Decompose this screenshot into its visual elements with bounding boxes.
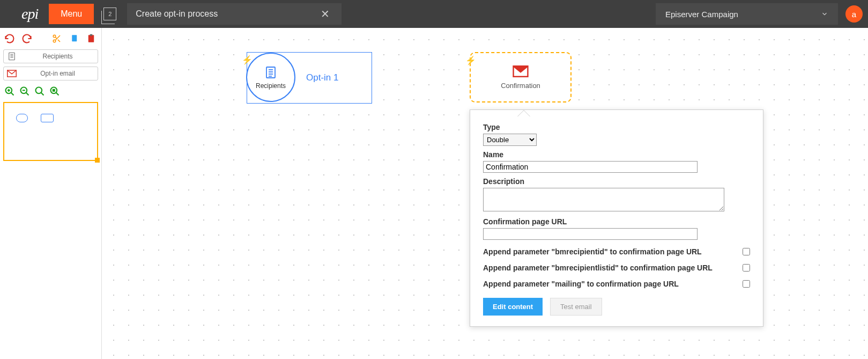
checkbox-bmrecipientid-label: Append parameter "bmrecipientid" to conf… xyxy=(483,247,702,256)
zoom-fit-icon[interactable] xyxy=(34,86,45,97)
close-icon[interactable]: ✕ xyxy=(317,8,333,20)
palette-label: Opt-in email xyxy=(21,70,94,77)
zoom-out-icon[interactable] xyxy=(19,86,30,97)
documents-icon[interactable]: 2 xyxy=(103,8,116,20)
description-textarea[interactable] xyxy=(483,188,724,211)
svg-line-18 xyxy=(26,93,29,96)
node-opt-in[interactable]: ⚡ Recipients Opt-in 1 xyxy=(247,52,372,104)
file-icon xyxy=(7,52,17,61)
bolt-icon: ⚡ xyxy=(465,55,476,65)
sidebar: Recipients Opt-in email xyxy=(0,28,102,359)
svg-rect-24 xyxy=(53,89,55,92)
svg-point-20 xyxy=(36,87,42,94)
svg-line-21 xyxy=(41,93,44,96)
minimap-resize-handle[interactable] xyxy=(95,158,100,163)
node-properties-popup: Type Double Name Description Confirmatio… xyxy=(470,109,763,327)
node-recipients-label: Recipients xyxy=(256,82,286,90)
confirmation-url-label: Confirmation page URL xyxy=(483,217,750,226)
checkbox-bmrecipientlistid-label: Append parameter "bmrecipientlistid" to … xyxy=(483,263,713,272)
minimap[interactable] xyxy=(3,102,98,161)
name-input[interactable] xyxy=(483,161,698,173)
redo-icon[interactable] xyxy=(21,33,32,44)
test-email-button[interactable]: Test email xyxy=(550,298,602,316)
zoom-in-icon[interactable] xyxy=(4,86,15,97)
svg-rect-5 xyxy=(72,35,77,41)
type-select[interactable]: Double xyxy=(483,134,537,146)
mail-icon xyxy=(7,69,17,78)
tab-title: Create opt-in process xyxy=(136,9,317,19)
paste-icon[interactable] xyxy=(86,33,97,44)
confirmation-url-input[interactable] xyxy=(483,228,698,240)
svg-line-23 xyxy=(56,93,59,96)
palette-opt-in-email[interactable]: Opt-in email xyxy=(3,67,98,80)
chevron-down-icon xyxy=(821,10,828,18)
svg-line-14 xyxy=(11,93,14,96)
product-name: Episerver Campaign xyxy=(665,10,738,19)
svg-point-1 xyxy=(53,40,56,42)
checkbox-bmrecipientlistid[interactable] xyxy=(743,264,750,272)
canvas[interactable]: ⚡ Recipients Opt-in 1 ⚡ Confirmation Typ… xyxy=(102,28,868,359)
node-opt-in-title: Opt-in 1 xyxy=(306,72,338,83)
svg-rect-6 xyxy=(88,35,94,42)
undo-icon[interactable] xyxy=(4,33,15,44)
copy-icon[interactable] xyxy=(69,33,79,44)
menu-button[interactable]: Menu xyxy=(49,4,94,24)
checkbox-mailing-label: Append parameter "mailing" to confirmati… xyxy=(483,280,679,288)
zoom-reset-icon[interactable] xyxy=(49,86,60,97)
node-recipients-circle[interactable]: Recipients xyxy=(246,53,295,102)
palette-label: Recipients xyxy=(21,53,94,60)
documents-count: 2 xyxy=(108,11,112,17)
file-icon xyxy=(264,65,277,80)
checkbox-mailing[interactable] xyxy=(743,280,750,288)
svg-line-3 xyxy=(58,40,60,42)
svg-line-4 xyxy=(55,37,57,39)
product-selector[interactable]: Episerver Campaign xyxy=(656,3,838,25)
checkbox-bmrecipientid[interactable] xyxy=(743,248,750,255)
svg-point-0 xyxy=(53,35,56,38)
name-label: Name xyxy=(483,150,750,159)
type-label: Type xyxy=(483,123,750,131)
node-confirmation[interactable]: ⚡ Confirmation xyxy=(470,52,572,102)
tab-create-opt-in[interactable]: Create opt-in process ✕ xyxy=(127,3,342,25)
avatar[interactable]: a xyxy=(845,5,863,23)
svg-rect-7 xyxy=(90,34,93,36)
logo: epi xyxy=(21,5,38,23)
description-label: Description xyxy=(483,177,750,186)
mail-icon xyxy=(513,65,529,77)
palette-recipients[interactable]: Recipients xyxy=(3,49,98,63)
node-confirmation-label: Confirmation xyxy=(501,82,540,90)
edit-content-button[interactable]: Edit content xyxy=(483,298,543,316)
cut-icon[interactable] xyxy=(51,33,62,44)
